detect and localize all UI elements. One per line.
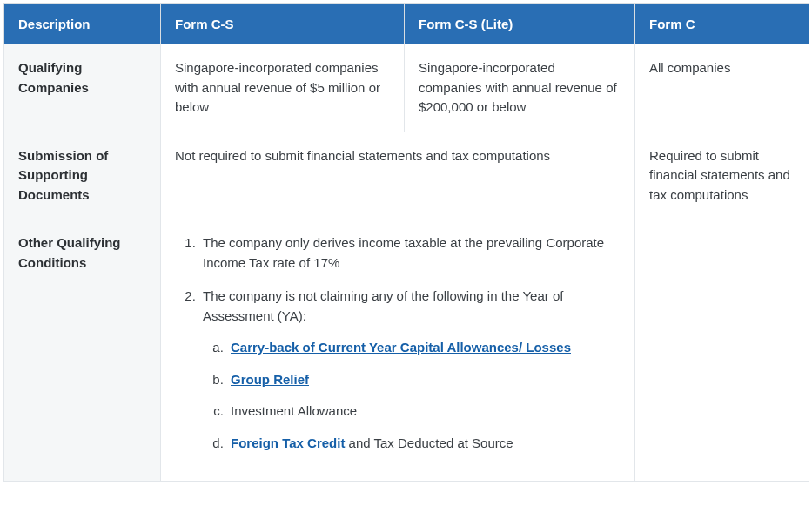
cell: Required to submit financial statements … [635,132,809,219]
cell-merged-conditions: The company only derives income taxable … [161,219,635,482]
row-qualifying-companies: Qualifying Companies Singapore-incorpora… [4,44,809,132]
sub-condition-item: Foreign Tax Credit and Tax Deducted at S… [227,434,621,454]
cell-merged: Not required to submit financial stateme… [161,132,635,219]
cell [635,219,809,482]
cell: All companies [635,44,809,132]
row-other-conditions: Other Qualifying Conditions The company … [4,219,809,482]
cell: Singapore-incorporated companies with an… [405,44,635,132]
forms-comparison-table: Description Form C-S Form C-S (Lite) For… [3,3,809,482]
header-description: Description [4,4,161,44]
header-form-c-s: Form C-S [161,4,405,44]
row-label: Qualifying Companies [4,44,161,132]
header-form-c: Form C [635,4,809,44]
link-carry-back[interactable]: Carry-back of Current Year Capital Allow… [231,340,571,355]
sub-condition-item: Investment Allowance [227,402,621,422]
link-foreign-tax-credit[interactable]: Foreign Tax Credit [231,436,345,450]
sub-condition-tail: and Tax Deducted at Source [345,436,513,450]
row-label: Submission of Supporting Documents [4,132,161,219]
sub-conditions-list: Carry-back of Current Year Capital Allow… [203,338,621,453]
header-form-c-s-lite: Form C-S (Lite) [405,4,635,44]
sub-condition-item: Group Relief [227,370,621,390]
table-header-row: Description Form C-S Form C-S (Lite) For… [4,4,809,44]
condition-item: The company only derives income taxable … [199,233,621,273]
conditions-list: The company only derives income taxable … [175,233,621,453]
cell: Singapore-incorporated companies with an… [161,44,405,132]
condition-item: The company is not claiming any of the f… [199,287,621,453]
condition-lead: The company is not claiming any of the f… [203,288,563,323]
sub-condition-item: Carry-back of Current Year Capital Allow… [227,338,621,358]
row-label: Other Qualifying Conditions [4,219,161,482]
link-group-relief[interactable]: Group Relief [231,372,309,387]
row-submission-documents: Submission of Supporting Documents Not r… [4,132,809,219]
